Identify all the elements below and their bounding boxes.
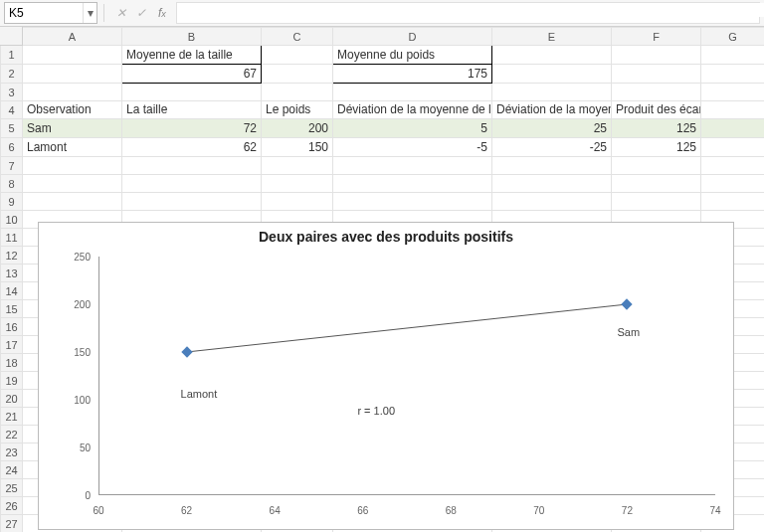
name-box-dropdown-icon[interactable]: ▾ [83,3,96,23]
cell-F9[interactable] [612,193,701,211]
cell-A8[interactable] [23,175,122,193]
row-header[interactable]: 21 [1,408,23,426]
row-header[interactable]: 26 [1,497,23,515]
row-header[interactable]: 22 [1,426,23,443]
row-header[interactable]: 9 [1,193,23,211]
cell-D6[interactable]: -5 [333,138,492,157]
cell-C9[interactable] [262,193,333,211]
cell-B9[interactable] [122,193,262,211]
name-box-input[interactable] [5,6,83,20]
row-header[interactable]: 13 [1,265,23,282]
cell-E7[interactable] [492,157,612,175]
cell-A6[interactable]: Lamont [23,138,122,157]
cell-C3[interactable] [262,84,333,101]
cell-A9[interactable] [23,193,122,211]
cell-C1[interactable] [262,46,333,65]
row-header[interactable]: 3 [1,84,23,101]
cell-B7[interactable] [122,157,262,175]
col-header-G[interactable]: G [701,28,765,46]
row-header[interactable]: 8 [1,175,23,193]
cell-B3[interactable] [122,84,262,101]
col-header-A[interactable]: A [23,28,122,46]
cell-E4[interactable]: Déviation de la moyenne du poids [492,101,612,119]
cell-E9[interactable] [492,193,612,211]
cell-D5[interactable]: 5 [333,119,492,138]
accept-icon[interactable]: ✓ [136,6,146,20]
cell-E5[interactable]: 25 [492,119,612,138]
row-header[interactable]: 14 [1,282,23,300]
cell-D8[interactable] [333,175,492,193]
cell-A7[interactable] [23,157,122,175]
cell-C5[interactable]: 200 [262,119,333,138]
cell-C6[interactable]: 150 [262,138,333,157]
row-header[interactable]: 16 [1,318,23,336]
row-header[interactable]: 19 [1,372,23,390]
row-header[interactable]: 25 [1,479,23,497]
cell-F3[interactable] [612,84,701,101]
cell-A4[interactable]: Observation [23,101,122,119]
row-header[interactable]: 10 [1,211,23,229]
cell-G5[interactable] [701,119,765,138]
col-header-B[interactable]: B [122,28,262,46]
cell-E3[interactable] [492,84,612,101]
row-header[interactable]: 24 [1,461,23,479]
row-header[interactable]: 23 [1,443,23,461]
cell-D2[interactable]: 175 [333,65,492,84]
cell-F2[interactable] [612,65,701,84]
row-header[interactable]: 6 [1,138,23,157]
row-header[interactable]: 17 [1,336,23,354]
row-header[interactable]: 2 [1,65,23,84]
cell-E8[interactable] [492,175,612,193]
cell-F7[interactable] [612,157,701,175]
cell-C2[interactable] [262,65,333,84]
cell-C4[interactable]: Le poids [262,101,333,119]
row-header[interactable]: 11 [1,229,23,247]
name-box[interactable]: ▾ [4,2,97,24]
row-header[interactable]: 27 [1,515,23,532]
col-header-C[interactable]: C [262,28,333,46]
select-all-triangle[interactable] [0,27,23,46]
cell-B6[interactable]: 62 [122,138,262,157]
cell-E6[interactable]: -25 [492,138,612,157]
cell-E1[interactable] [492,46,612,65]
cell-B4[interactable]: La taille [122,101,262,119]
col-header-F[interactable]: F [612,28,701,46]
row-header[interactable]: 1 [1,46,23,65]
cell-A2[interactable] [23,65,122,84]
cell-C7[interactable] [262,157,333,175]
row-header[interactable]: 12 [1,247,23,265]
cell-G6[interactable] [701,138,765,157]
cell-D7[interactable] [333,157,492,175]
cell-B5[interactable]: 72 [122,119,262,138]
cell-G2[interactable] [701,65,765,84]
cell-G8[interactable] [701,175,765,193]
cancel-icon[interactable]: ✕ [116,6,126,20]
cell-C8[interactable] [262,175,333,193]
cell-F8[interactable] [612,175,701,193]
cell-G7[interactable] [701,157,765,175]
cell-F5[interactable]: 125 [612,119,701,138]
cell-A1[interactable] [23,46,122,65]
cell-D1[interactable]: Moyenne du poids [333,46,492,65]
cell-A5[interactable]: Sam [23,119,122,138]
col-header-D[interactable]: D [333,28,492,46]
formula-input-container[interactable] [176,2,760,24]
cell-G3[interactable] [701,84,765,101]
cell-B1[interactable]: Moyenne de la taille [122,46,262,65]
cell-A3[interactable] [23,84,122,101]
cell-E2[interactable] [492,65,612,84]
row-header[interactable]: 4 [1,101,23,119]
cell-G4[interactable] [701,101,765,119]
cell-B8[interactable] [122,175,262,193]
row-header[interactable]: 15 [1,300,23,318]
cell-F6[interactable]: 125 [612,138,701,157]
cell-D3[interactable] [333,84,492,101]
cell-B2[interactable]: 67 [122,65,262,84]
row-header[interactable]: 18 [1,354,23,372]
cell-D4[interactable]: Déviation de la moyenne de la hauteur [333,101,492,119]
row-header[interactable]: 5 [1,119,23,138]
cell-F1[interactable] [612,46,701,65]
row-header[interactable]: 20 [1,390,23,408]
row-header[interactable]: 7 [1,157,23,175]
cell-G1[interactable] [701,46,765,65]
